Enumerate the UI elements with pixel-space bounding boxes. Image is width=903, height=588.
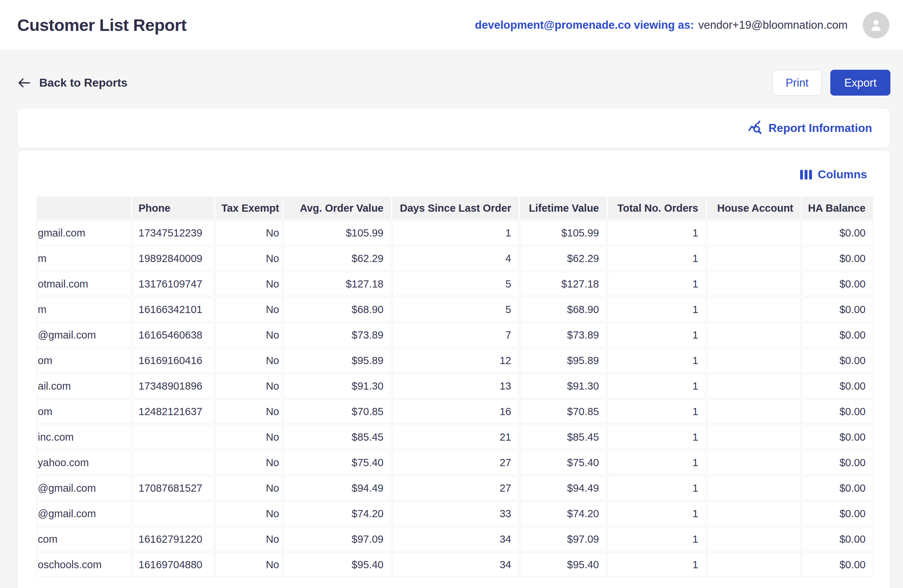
table-cell: $95.89 [283, 348, 391, 373]
chart-magnifier-icon [747, 120, 763, 136]
table-cell: $94.49 [283, 476, 391, 500]
columns-button[interactable]: Columns [800, 168, 871, 181]
table-cell: 1 [392, 221, 519, 245]
table-row: @gmail.com17087681527No$94.4927$94.491$0… [37, 476, 873, 500]
table-cell: $105.99 [283, 221, 391, 245]
back-arrow-icon [17, 77, 31, 89]
table-cell: 1 [608, 399, 706, 424]
column-header-days-since-last-order: Days Since Last Order [392, 197, 519, 220]
table-cell: $0.00 [802, 374, 873, 398]
table-cell [707, 552, 801, 577]
table-cell: $0.00 [802, 297, 873, 321]
table-cell: $62.29 [283, 246, 391, 271]
table-cell: No [215, 425, 282, 449]
column-header-ha-balance: HA Balance [802, 197, 873, 220]
table-row: oschools.com16169704880No$95.4034$95.401… [37, 552, 873, 577]
table-cell: $94.49 [520, 476, 607, 500]
column-header-avg-order-value: Avg. Order Value [283, 197, 391, 220]
report-table: Phone Tax Exempt Avg. Order Value Days S… [36, 196, 874, 578]
table-cell: $62.29 [520, 246, 607, 271]
table-cell: $68.90 [520, 297, 607, 321]
report-information-label: Report Information [768, 121, 872, 135]
table-cell: No [215, 246, 282, 271]
table-cell: 1 [608, 502, 706, 526]
report-information-link[interactable]: Report Information [747, 120, 872, 136]
table-cell: No [215, 348, 282, 373]
table-cell: $91.30 [520, 374, 607, 398]
table-row: com16162791220No$97.0934$97.091$0.00 [37, 527, 873, 551]
table-cell: gmail.com [37, 221, 131, 245]
table-cell: ail.com [37, 374, 131, 398]
table-cell: 5 [392, 272, 519, 296]
table-cell: $70.85 [520, 399, 607, 424]
table-cell: 1 [608, 272, 706, 296]
table-cell: om [37, 399, 131, 424]
table-cell: $75.40 [283, 450, 391, 475]
table-cell: inc.com [37, 425, 131, 449]
table-row: otmail.com13176109747No$127.185$127.181$… [37, 272, 873, 296]
table-cell: 1 [608, 425, 706, 449]
table-cell: $73.89 [520, 323, 607, 347]
report-action-buttons: Print Export [772, 70, 890, 96]
table-cell: $95.40 [520, 552, 607, 577]
table-cell: $68.90 [283, 297, 391, 321]
table-cell: No [215, 323, 282, 347]
table-cell: 17347512239 [132, 221, 214, 245]
column-header-phone: Phone [132, 197, 214, 220]
table-cell: No [215, 476, 282, 500]
table-cell: $0.00 [802, 221, 873, 245]
table-cell: $105.99 [520, 221, 607, 245]
table-cell: 17348901896 [132, 374, 214, 398]
table-cell: yahoo.com [37, 450, 131, 475]
table-cell [132, 502, 214, 526]
table-cell: $127.18 [283, 272, 391, 296]
table-cell: No [215, 552, 282, 577]
table-cell: $0.00 [802, 399, 873, 424]
table-cell: $0.00 [802, 323, 873, 347]
table-cell [707, 527, 801, 551]
table-cell: com [37, 527, 131, 551]
table-cell: 5 [392, 297, 519, 321]
export-button[interactable]: Export [830, 70, 890, 96]
table-cell [707, 272, 801, 296]
table-cell [707, 221, 801, 245]
impersonation-banner: development@promenade.co viewing as: ven… [475, 19, 848, 31]
table-cell: 13176109747 [132, 272, 214, 296]
table-cell: 21 [392, 425, 519, 449]
avatar[interactable] [863, 12, 889, 38]
table-row: om12482121637No$70.8516$70.851$0.00 [37, 399, 873, 424]
table-cell: No [215, 450, 282, 475]
table-cell: $73.89 [283, 323, 391, 347]
table-cell [707, 399, 801, 424]
table-cell: 34 [392, 527, 519, 551]
table-row: m16166342101No$68.905$68.901$0.00 [37, 297, 873, 321]
table-cell: 1 [608, 450, 706, 475]
report-table-card: Columns Phone Tax Exempt Avg. Order Valu… [17, 150, 890, 588]
table-cell: 4 [392, 246, 519, 271]
table-cell: 7 [392, 323, 519, 347]
table-cell: @gmail.com [37, 502, 131, 526]
table-row: yahoo.comNo$75.4027$75.401$0.00 [37, 450, 873, 475]
table-cell: No [215, 374, 282, 398]
columns-row: Columns [36, 168, 871, 181]
table-row: ail.com17348901896No$91.3013$91.301$0.00 [37, 374, 873, 398]
back-to-reports-link[interactable]: Back to Reports [17, 76, 127, 89]
table-row: gmail.com17347512239No$105.991$105.991$0… [37, 221, 873, 245]
table-cell: 33 [392, 502, 519, 526]
report-page: Back to Reports Print Export Report Info… [0, 70, 903, 588]
actions-row: Back to Reports Print Export [17, 70, 890, 96]
column-header-total-no-orders: Total No. Orders [608, 197, 706, 220]
table-cell: 1 [608, 221, 706, 245]
table-cell: om [37, 348, 131, 373]
table-cell: 1 [608, 552, 706, 577]
table-cell: $95.89 [520, 348, 607, 373]
table-cell: 16165460638 [132, 323, 214, 347]
table-cell: $85.45 [283, 425, 391, 449]
print-button[interactable]: Print [772, 70, 822, 96]
table-cell: No [215, 527, 282, 551]
table-cell: $97.09 [520, 527, 607, 551]
table-cell: $0.00 [802, 527, 873, 551]
impersonation-account-link[interactable]: development@promenade.co viewing as: [475, 19, 694, 31]
table-cell [707, 374, 801, 398]
report-information-card: Report Information [17, 108, 890, 148]
